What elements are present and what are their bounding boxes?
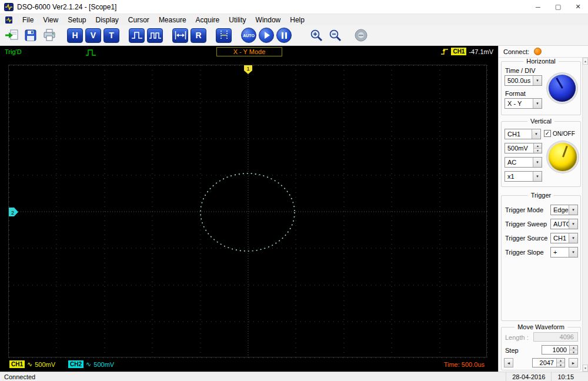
zoom-out-button[interactable] [327,28,343,43]
menu-display[interactable]: Display [91,14,123,25]
chevron-down-icon[interactable]: ▼ [569,219,577,229]
menu-help[interactable]: Help [285,14,309,25]
close-button[interactable]: ✕ [568,0,588,14]
window-title: DSO-6000 Ver2.1.24 - [Scope1] [17,3,116,11]
menu-view[interactable]: View [38,14,63,25]
ch1-badge: CH1 [9,360,25,368]
trigger-pulse-icon [85,49,97,56]
trigger-mode-select[interactable]: Edge ▼ [550,205,578,215]
cursor-measure-button[interactable] [216,28,232,43]
chevron-down-icon[interactable]: ▼ [533,172,542,181]
lissajous-trace [201,173,295,251]
step-spinner[interactable]: 1000 ▲ ▼ [542,345,578,355]
status-bar: Connected 28-04-2016 10:15 [0,372,588,381]
autoset-button[interactable]: AUTO [241,28,256,43]
spin-down-icon[interactable]: ▼ [534,149,542,153]
menu-measure[interactable]: Measure [154,14,191,25]
print-button[interactable] [41,28,58,43]
status-time: 10:15 [551,372,580,381]
pulse-trigger-button[interactable] [129,28,145,43]
horizontal-setup-button[interactable]: H [67,28,83,43]
stop-button[interactable] [276,28,292,43]
snapshot-icon [354,28,368,42]
advanced-trigger-button[interactable] [147,28,163,43]
horizontal-expand-icon [174,29,187,41]
menu-acquire[interactable]: Acquire [191,14,225,25]
printer-icon [43,29,56,42]
menu-window[interactable]: Window [251,14,286,25]
probe-select[interactable]: x1 ▼ [505,171,542,182]
vertical-group-title: Vertical [527,118,554,125]
channel-select[interactable]: CH1 ▼ [505,129,541,139]
volts-div-spinner[interactable]: 500mV ▲ ▼ [505,143,542,153]
chevron-down-icon[interactable]: ▼ [533,99,542,108]
run-button[interactable] [259,28,274,43]
spin-up-icon[interactable]: ▲ [534,143,542,149]
scroll-down-icon[interactable]: ▼ [583,365,588,372]
time-div-select[interactable]: 500.0us ▼ [505,75,542,86]
channel1-top-marker[interactable]: 1 [244,65,252,74]
expand-waveform-button[interactable] [172,28,188,43]
panel-scrollbar[interactable]: ▲ ▼ [582,58,588,372]
horizontal-group: Horizontal Time / DIV 500.0us ▼ Format X… [501,61,581,115]
trigger-source-label: Trigger Source [505,235,547,242]
chevron-down-icon[interactable]: ▼ [569,233,577,243]
trigger-source-select[interactable]: CH1 ▼ [550,233,578,243]
channel-onoff-checkbox[interactable]: ✓ ON/OFF [544,130,575,137]
minimize-button[interactable]: ─ [528,0,548,14]
snapshot-button[interactable] [353,28,369,43]
format-select[interactable]: X - Y ▼ [505,98,542,109]
connect-indicator[interactable] [534,48,542,55]
trigger-edge-icon [440,48,449,55]
chevron-down-icon[interactable]: ▼ [569,248,577,257]
move-left-button[interactable]: ◄ [504,358,513,367]
menu-setup[interactable]: Setup [63,14,91,25]
length-label: Length : [505,334,529,341]
trigger-readout: CH1 -47.1mV [440,48,493,55]
save-button[interactable] [22,28,39,43]
chevron-down-icon[interactable]: ▼ [533,158,542,167]
resize-grip[interactable] [580,372,588,381]
title-bar: DSO-6000 Ver2.1.24 - [Scope1] ─ ▢ ✕ [0,0,588,14]
spin-up-icon[interactable]: ▲ [557,359,564,363]
menu-utility[interactable]: Utility [224,14,250,25]
play-icon [265,32,270,39]
display-mode-badge: X - Y Mode [216,47,282,56]
control-panel: Connect: ▲ ▼ Horizontal Time / DIV 500.0… [498,46,588,372]
channel2-left-marker[interactable]: 2 [9,208,18,216]
onoff-label: ON/OFF [553,131,575,137]
chevron-down-icon[interactable]: ▼ [569,205,577,215]
maximize-button[interactable]: ▢ [548,0,568,14]
spin-down-icon[interactable]: ▼ [557,363,564,367]
trigger-channel-badge: CH1 [451,48,466,55]
menu-cursor[interactable]: Cursor [123,14,154,25]
coupling-select[interactable]: AC ▼ [505,157,542,168]
vertical-knob[interactable] [549,143,577,171]
ch2-badge: CH2 [68,360,83,368]
auto-label: AUTO [243,34,255,38]
spin-down-icon[interactable]: ▼ [570,350,577,355]
scope-info-strip: Trig'D X - Y Mode CH1 -47.1mV [0,46,498,59]
open-file-button[interactable] [4,28,20,43]
chevron-down-icon[interactable]: ▼ [532,129,540,139]
dso-application-window: DSO-6000 Ver2.1.24 - [Scope1] ─ ▢ ✕ File… [0,0,588,381]
trigger-sweep-select[interactable]: AUTO ▼ [550,219,578,229]
status-date: 28-04-2016 [506,372,551,381]
h-label: H [72,31,78,40]
zoom-in-button[interactable] [308,28,325,43]
record-button[interactable]: R [191,28,206,43]
scroll-up-icon[interactable]: ▲ [583,58,588,65]
horizontal-knob[interactable] [549,75,576,102]
knob-pointer [562,146,568,158]
position-spinner[interactable]: 2047 ▲ ▼ [532,358,565,367]
vertical-setup-button[interactable]: V [85,28,101,43]
save-icon [24,29,37,42]
timebase-readout: Time: 500.0us [444,361,485,368]
spin-up-icon[interactable]: ▲ [570,346,577,350]
scope-area: Trig'D X - Y Mode CH1 -47.1mV [0,46,498,372]
menu-file[interactable]: File [18,14,38,25]
move-right-button[interactable]: ► [569,358,578,367]
chevron-down-icon[interactable]: ▼ [533,76,542,85]
trigger-slope-select[interactable]: + ▼ [550,247,578,258]
trigger-setup-button[interactable]: T [103,28,119,43]
